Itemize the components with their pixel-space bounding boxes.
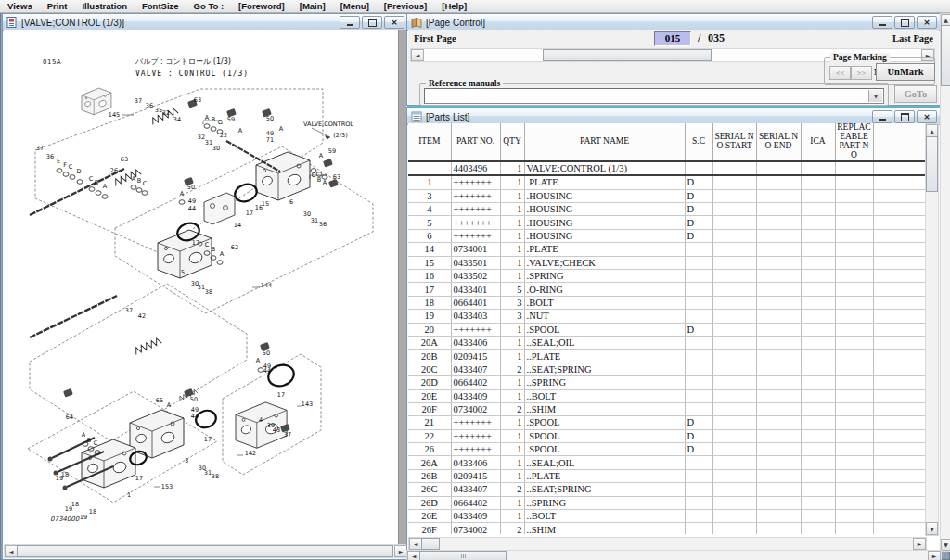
scroll-up-icon[interactable]: ▲ xyxy=(926,124,938,137)
scrollbar-thumb[interactable] xyxy=(926,136,938,192)
illustration-canvas[interactable]: 015A バルブ : コントロール (1/3) VALVE : CONTROL … xyxy=(4,30,406,546)
table-row[interactable]: 1504335011.VALVE;CHECK xyxy=(408,256,925,269)
minimize-button[interactable] xyxy=(872,16,892,29)
goto-button[interactable]: GoTo xyxy=(894,85,937,103)
scroll-right-icon[interactable]: ► xyxy=(913,538,926,550)
scrollbar-thumb[interactable] xyxy=(419,551,507,560)
minimize-button[interactable] xyxy=(872,110,892,123)
table-cell: 26F xyxy=(408,523,451,534)
illustration-titlebar[interactable]: [VALVE;CONTROL (1/3)] × xyxy=(3,14,407,31)
scrollbar-thumb[interactable] xyxy=(421,538,440,550)
close-button[interactable]: × xyxy=(917,110,937,123)
table-row[interactable]: 5+++++++1.HOUSINGD xyxy=(408,216,925,229)
maximize-button[interactable] xyxy=(894,110,915,123)
table-cell: ..SPRING xyxy=(524,376,685,389)
table-row[interactable]: 3+++++++1.HOUSINGD xyxy=(408,189,925,202)
diagram-callout: C xyxy=(89,175,94,183)
menu-item[interactable]: Views xyxy=(0,1,40,11)
menu-item[interactable]: [Help] xyxy=(434,1,474,11)
table-row[interactable]: 26C04334072..SEAT;SPRING xyxy=(408,483,925,496)
table-row[interactable]: 1704334015.O-RING xyxy=(408,283,925,296)
table-cell xyxy=(873,216,925,229)
menu-item[interactable]: Print xyxy=(40,1,75,11)
mark-next-button[interactable]: >> xyxy=(851,66,872,80)
menu-item[interactable]: [Menu] xyxy=(333,1,377,11)
parts-list-v-scrollbar[interactable]: ▲ ▼ xyxy=(925,123,939,536)
table-row[interactable]: 26+++++++1.SPOOLD xyxy=(408,443,925,456)
scroll-left-icon[interactable]: ◄ xyxy=(409,538,422,550)
table-row[interactable]: 26A04334061..SEAL;OIL xyxy=(408,456,925,469)
mdi-h-scrollbar[interactable]: ◄ ► xyxy=(406,550,942,560)
table-row[interactable]: 26B02094151..PLATE xyxy=(408,469,925,482)
resize-grip-icon[interactable] xyxy=(940,550,950,560)
unmark-button[interactable]: UnMark xyxy=(876,63,935,81)
table-row[interactable]: 1806644013.BOLT xyxy=(408,296,925,309)
table-row[interactable]: 20+++++++1.SPOOLD xyxy=(408,323,925,336)
table-row[interactable]: 4+++++++1.HOUSINGD xyxy=(408,203,925,216)
table-row[interactable]: 20A04334061..SEAL;OIL xyxy=(408,336,925,349)
table-row[interactable]: 20F07340022..SHIM xyxy=(408,402,925,415)
table-cell: 20 xyxy=(408,323,451,336)
table-cell: 20C xyxy=(408,363,451,375)
table-row[interactable]: 26E04334091..BOLT xyxy=(408,510,925,523)
maximize-button[interactable] xyxy=(362,16,382,29)
table-cell xyxy=(873,376,925,389)
table-row[interactable]: 26F07340022..SHIM xyxy=(408,523,925,534)
table-cell xyxy=(873,350,925,363)
page-control-titlebar[interactable]: [Page Control] × xyxy=(407,14,940,31)
diagram-callout: 142 xyxy=(245,450,256,457)
table-row[interactable]: 6+++++++1.HOUSINGD xyxy=(408,229,925,242)
reference-manuals-combobox[interactable]: ▼ xyxy=(424,88,884,104)
table-cell: ..SEAL;OIL xyxy=(524,336,685,349)
table-row[interactable]: 21+++++++1.SPOOLD xyxy=(408,416,925,429)
table-cell xyxy=(756,175,801,189)
maximize-button[interactable] xyxy=(894,16,915,29)
chevron-down-icon[interactable]: ▼ xyxy=(868,90,882,102)
table-row[interactable]: 44034961VALVE;CONTROL (1/3) xyxy=(408,161,925,175)
table-row[interactable]: 1604335021.SPRING xyxy=(408,270,925,283)
scroll-right-icon[interactable]: ► xyxy=(928,551,941,560)
slider-left-icon[interactable]: ◄ xyxy=(411,49,424,61)
table-row[interactable]: 1904334033.NUT xyxy=(408,310,925,323)
table-row[interactable]: 1+++++++1.PLATED xyxy=(408,175,925,189)
current-page-input[interactable]: 015 xyxy=(654,31,691,46)
close-button[interactable]: × xyxy=(384,16,404,29)
menu-item[interactable]: Go To : xyxy=(186,1,232,11)
scrollbar-thumb[interactable] xyxy=(17,545,393,557)
menu-item[interactable]: FontSize xyxy=(135,1,186,11)
table-cell: .HOUSING xyxy=(524,189,685,202)
table-cell: 1 xyxy=(500,376,524,389)
table-row[interactable]: 20D06644021..SPRING xyxy=(408,376,925,389)
mdi-v-scrollbar[interactable]: ▲ ▼ xyxy=(940,13,950,552)
table-cell xyxy=(873,416,925,429)
menu-item[interactable]: [Foreword] xyxy=(231,1,292,11)
table-row[interactable]: 20E04334091..BOLT xyxy=(408,389,925,402)
table-cell xyxy=(685,296,712,309)
table-cell: 0734001 xyxy=(451,243,500,256)
table-cell xyxy=(835,189,873,202)
table-cell: D xyxy=(685,416,712,429)
page-slider-thumb[interactable] xyxy=(543,49,712,61)
mark-prev-button[interactable]: << xyxy=(829,66,851,80)
table-cell xyxy=(873,496,925,509)
illustration-h-scrollbar[interactable]: ◄ ► xyxy=(4,544,408,558)
table-cell xyxy=(835,429,873,442)
table-row[interactable]: 1407340011.PLATE xyxy=(408,243,925,256)
menu-item[interactable]: [Main] xyxy=(292,1,333,11)
table-cell: ..PLATE xyxy=(524,469,685,482)
scroll-down-icon[interactable]: ▼ xyxy=(926,522,938,535)
minimize-button[interactable] xyxy=(340,16,360,29)
close-button[interactable]: × xyxy=(917,16,937,29)
scrollbar-thumb[interactable] xyxy=(941,25,950,86)
table-row[interactable]: 22+++++++1.SPOOLD xyxy=(408,429,925,442)
table-row[interactable]: 20B02094151..PLATE xyxy=(408,350,925,363)
menu-item[interactable]: Illustration xyxy=(74,1,135,11)
table-row[interactable]: 20C04334072..SEAT;SPRING xyxy=(408,363,925,375)
scroll-left-icon[interactable]: ◄ xyxy=(407,551,420,560)
parts-list-h-scrollbar[interactable]: ◄ ► xyxy=(408,537,927,551)
table-row[interactable]: 26D06644021..SPRING xyxy=(408,496,925,509)
scroll-right-icon[interactable]: ► xyxy=(394,545,407,557)
scroll-left-icon[interactable]: ◄ xyxy=(5,545,18,557)
diagram-callout: F xyxy=(63,161,67,169)
menu-item[interactable]: [Previous] xyxy=(377,1,434,11)
